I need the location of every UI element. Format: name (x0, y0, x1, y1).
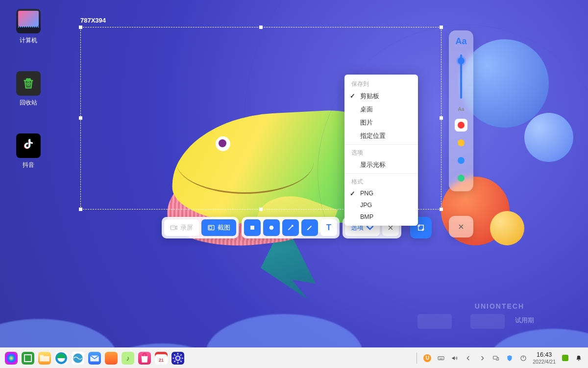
close-icon (457, 223, 465, 231)
popup-item-png[interactable]: ✓PNG (344, 187, 418, 199)
computer-label: 计算机 (20, 36, 37, 45)
store-button[interactable] (138, 352, 151, 365)
pencil-icon (306, 224, 314, 232)
pencil-tool-button[interactable] (301, 219, 318, 236)
folder-icon (38, 352, 51, 365)
tray-shield[interactable] (505, 354, 514, 363)
color-swatch-red[interactable] (455, 119, 467, 131)
tray-notifications[interactable] (574, 354, 583, 363)
edge-icon (55, 352, 68, 365)
app1-button[interactable] (105, 352, 118, 365)
trash-icon (16, 71, 41, 96)
text-style-panel: Aa Aa (449, 30, 473, 191)
font-size-slider[interactable] (460, 54, 462, 99)
font-size-large-label: Aa (455, 36, 466, 47)
tray-volume[interactable] (450, 354, 459, 363)
color-swatch-green[interactable] (455, 172, 467, 184)
browser2-button[interactable] (72, 352, 84, 365)
check-icon: ✓ (350, 92, 355, 100)
text-panel-close-button[interactable] (449, 216, 473, 237)
options-popup: 保存到 ✓剪贴板 桌面 图片 指定位置 选项 显示光标 格式 ✓PNG JPG … (344, 75, 418, 226)
selection-handle-mr[interactable] (440, 116, 443, 120)
popup-item-custom-path[interactable]: 指定位置 (344, 130, 418, 143)
popup-item-show-cursor[interactable]: 显示光标 (344, 158, 418, 172)
file-manager-button[interactable] (38, 352, 51, 365)
svg-rect-5 (209, 226, 212, 229)
watermark-trial: 试用期 (515, 316, 534, 325)
selection-handle-tr[interactable] (440, 26, 443, 29)
popup-section-options: 选项 (344, 146, 418, 158)
desktop-icon-computer[interactable]: 计算机 (11, 9, 46, 45)
selection-handle-tm[interactable] (259, 26, 263, 29)
tray-power[interactable] (519, 354, 528, 363)
desktop-icon-douyin[interactable]: 抖音 (11, 133, 46, 169)
multitask-button[interactable] (22, 352, 34, 365)
svg-rect-6 (250, 226, 254, 230)
popup-item-desktop[interactable]: 桌面 (344, 103, 418, 116)
mail-icon (88, 352, 101, 365)
crop-confirm-icon (416, 223, 425, 232)
popup-item-pictures[interactable]: 图片 (344, 116, 418, 130)
rectangle-tool-button[interactable] (244, 219, 261, 236)
svg-rect-14 (493, 356, 497, 359)
slider-thumb[interactable] (458, 57, 465, 64)
screenshot-button[interactable]: 截图 (201, 219, 236, 236)
popup-section-format: 格式 (344, 175, 418, 187)
tray-back[interactable] (464, 354, 473, 363)
browser1-button[interactable] (55, 352, 68, 365)
tray-forward[interactable] (478, 354, 487, 363)
selection-dimensions: 787X394 (80, 17, 106, 24)
selection-handle-bm[interactable] (259, 208, 263, 211)
selection-handle-tl[interactable] (79, 26, 82, 29)
popup-item-jpg[interactable]: JPG (344, 199, 418, 211)
svg-point-7 (270, 226, 274, 230)
green-dot (458, 175, 465, 182)
desktop-icon-trash[interactable]: 回收站 (11, 71, 46, 107)
computer-icon (16, 9, 41, 33)
douyin-icon (16, 133, 41, 158)
svg-rect-1 (171, 226, 175, 230)
mail-button[interactable] (88, 352, 101, 365)
rectangle-icon (248, 224, 256, 232)
tray-keyboard[interactable] (437, 354, 445, 363)
watermark-brand: UNIONTECH (475, 302, 524, 310)
popup-item-clipboard[interactable]: ✓剪贴板 (344, 90, 418, 103)
text-icon: T (326, 223, 331, 233)
control-center-button[interactable] (172, 352, 184, 365)
selection-handle-br[interactable] (440, 208, 443, 211)
text-tool-button[interactable]: T (320, 219, 337, 236)
gear-icon (172, 352, 184, 365)
svg-rect-13 (438, 356, 444, 360)
ellipse-tool-button[interactable] (263, 219, 280, 236)
clock-time: 16:43 (533, 351, 556, 358)
check-icon: ✓ (350, 190, 355, 197)
tray-network[interactable] (491, 354, 500, 363)
globe-icon (72, 352, 84, 365)
color-swatch-yellow[interactable] (455, 136, 467, 149)
record-icon (170, 224, 178, 232)
calendar-button[interactable]: 21 (155, 352, 168, 365)
blue-dot (458, 157, 465, 164)
tray-divider (416, 353, 417, 364)
popup-section-saveto: 保存到 (344, 78, 418, 90)
taskbar-clock[interactable]: 16:43 2022/4/21 (533, 351, 556, 364)
color-swatch-blue[interactable] (455, 154, 467, 167)
red-dot (458, 122, 465, 129)
line-tool-button[interactable] (282, 219, 299, 236)
record-button[interactable]: 录屏 (164, 219, 199, 236)
font-size-small-label: Aa (458, 106, 465, 112)
svg-point-3 (173, 227, 174, 228)
svg-point-12 (176, 356, 180, 360)
tray-desktop[interactable] (561, 354, 569, 363)
watermark-boxes (417, 314, 505, 329)
popup-item-bmp[interactable]: BMP (344, 211, 418, 223)
trash-label: 回收站 (20, 99, 37, 107)
music-button[interactable]: ♪ (122, 352, 134, 365)
selection-handle-ml[interactable] (79, 116, 82, 120)
bag-icon (138, 352, 151, 365)
calendar-day: 21 (159, 358, 164, 363)
line-icon (287, 224, 294, 232)
launcher-button[interactable] (5, 352, 18, 365)
selection-handle-bl[interactable] (79, 208, 82, 211)
tray-app-u[interactable]: U (423, 354, 432, 363)
